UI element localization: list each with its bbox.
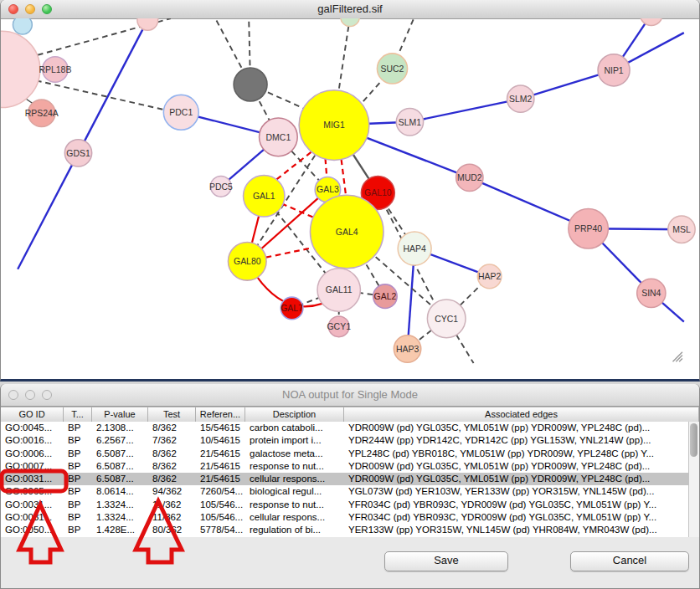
node-partial-bigpink[interactable]	[1, 31, 40, 107]
edge-pd[interactable]	[338, 18, 350, 95]
node-MIG1[interactable]: MIG1	[299, 90, 369, 161]
table-cell: 1.3324...	[92, 499, 148, 511]
column-header-desciption[interactable]: Desciption	[245, 407, 344, 422]
node-GAL1[interactable]: GAL1	[244, 175, 285, 216]
node-HAP3[interactable]: HAP3	[394, 335, 420, 362]
table-cell: carbon cataboli...	[245, 422, 344, 434]
node-label: GAL80	[234, 257, 261, 266]
node-GAL2[interactable]: GAL2	[373, 284, 398, 309]
edge-pp[interactable]	[18, 153, 78, 269]
table-cell: 8/362	[148, 473, 196, 485]
table-cell: YDR009W (pd) YGL035C, YML051W (pp) YDR00…	[344, 422, 699, 434]
column-header-t-[interactable]: T...	[64, 407, 92, 422]
table-cell: 6.2567...	[92, 434, 148, 447]
table-cell: 5778/54...	[196, 524, 245, 536]
edge-pp[interactable]	[409, 99, 520, 122]
node-label: GAL11	[326, 285, 353, 294]
table-cell: YDR009W (pd) YGL035C, YML051W (pp) YDR00…	[344, 460, 699, 473]
table-cell: regulation of bi...	[245, 524, 344, 536]
table-row[interactable]: GO:0006...BP6.5087...8/36221/54615galact…	[1, 448, 699, 460]
column-header-associated-edges[interactable]: Associated edges	[344, 407, 699, 422]
table-row[interactable]: GO:0050...BP1.428E...80/3625778/54...reg…	[1, 524, 699, 536]
table-cell: 6.5087...	[92, 473, 148, 485]
node-label: MUD2	[457, 173, 482, 182]
column-header-referen-[interactable]: Referen...	[196, 407, 245, 422]
table-cell: GO:0031...	[1, 511, 64, 524]
node-label: GAL4	[336, 228, 358, 237]
node-label: GAL3	[317, 185, 339, 194]
network-edges	[18, 18, 684, 363]
table-row[interactable]: GO:0031...BP6.5087...8/36221/54615cellul…	[1, 473, 699, 485]
node-label: GAL2	[374, 292, 397, 301]
node-label: SLM2	[509, 95, 532, 104]
table-cell: 105/546...	[196, 511, 245, 524]
node-NIP1[interactable]: NIP1	[598, 54, 630, 86]
scrollbar-thumb[interactable]	[690, 423, 697, 457]
node-SIN4[interactable]: SIN4	[637, 279, 666, 307]
table-cell: GO:0006...	[1, 448, 64, 460]
node-partial-topgreen[interactable]	[341, 18, 360, 27]
table-cell: galactose meta...	[245, 448, 344, 460]
node-SLM2[interactable]: SLM2	[507, 85, 534, 112]
noa-window-title: NOA output for Single Mode	[1, 384, 699, 406]
node-partial-topleft[interactable]	[13, 18, 32, 34]
table-cell: cellular respons...	[245, 473, 344, 485]
node-HAP2[interactable]: HAP2	[477, 264, 502, 289]
edge-redd[interactable]	[342, 159, 347, 197]
table-cell: 7/362	[148, 434, 196, 447]
table-cell: 1.428E...	[92, 524, 148, 536]
node-SLM1[interactable]: SLM1	[396, 109, 423, 136]
column-header-p-value[interactable]: P-value	[92, 407, 148, 422]
node-GCY1[interactable]: GCY1	[327, 316, 351, 337]
node-PDC1[interactable]: PDC1	[163, 95, 198, 130]
table-row[interactable]: GO:0045...BP2.1308...8/36215/54615carbon…	[1, 422, 699, 434]
table-cell: GO:0045...	[1, 422, 64, 434]
node-HAP4[interactable]: HAP4	[398, 232, 431, 265]
table-row[interactable]: GO:0007...BP6.5087...8/36221/54615respon…	[1, 460, 699, 473]
node-CYC1[interactable]: CYC1	[427, 300, 466, 338]
table-cell: response to nut...	[245, 499, 344, 511]
network-canvas[interactable]: RPL18BRPS24AGDS1PDC1DMC1MIG1SUC2SLM1SLM2…	[1, 18, 700, 382]
node-label: PDC1	[169, 108, 193, 117]
table-cell: 10/54615	[196, 434, 245, 447]
column-header-test[interactable]: Test	[148, 407, 196, 422]
table-cell: protein import i...	[245, 434, 344, 447]
table-cell: 105/546...	[196, 499, 245, 511]
node-GDS1[interactable]: GDS1	[64, 140, 91, 166]
node-DMC1[interactable]: DMC1	[260, 118, 298, 156]
node-label: HAP4	[403, 244, 425, 254]
column-header-go-id[interactable]: GO ID	[1, 407, 64, 422]
resize-grip[interactable]	[673, 352, 682, 361]
table-row[interactable]: GO:0065...BP8.0614...94/3627260/54...bio…	[1, 485, 699, 498]
vertical-scrollbar[interactable]	[688, 422, 699, 537]
node-label: SIN4	[641, 289, 661, 298]
node-partial-top1[interactable]	[137, 18, 158, 30]
node-MUD2[interactable]: MUD2	[456, 164, 483, 191]
node-GAL80[interactable]: GAL80	[228, 242, 266, 280]
node-RPL18B[interactable]: RPL18B	[39, 57, 71, 82]
node-label: MIG1	[323, 120, 345, 130]
node-GAL11[interactable]: GAL11	[317, 269, 360, 311]
edge-pp[interactable]	[79, 20, 148, 153]
table-cell: BP	[64, 473, 92, 485]
table-cell: BP	[64, 448, 92, 460]
node-MSL[interactable]: MSL	[668, 216, 695, 243]
table-row[interactable]: GO:0016...BP6.2567...7/36210/54615protei…	[1, 434, 699, 447]
node-SUC2[interactable]: SUC2	[377, 54, 407, 84]
node-GAL7[interactable]: GAL7	[281, 297, 303, 320]
node-gray-node[interactable]	[234, 68, 267, 101]
table-cell: GO:0065...	[1, 485, 64, 498]
table-row[interactable]: GO:0031...BP1.3324...11/362105/546...cel…	[1, 511, 699, 524]
node-RPS24A[interactable]: RPS24A	[25, 100, 59, 126]
table-cell: 94/362	[148, 485, 196, 498]
save-button[interactable]: Save	[384, 551, 508, 571]
table-cell: biological regul...	[245, 485, 344, 498]
node-GAL4[interactable]: GAL4	[310, 195, 383, 269]
edge-pd[interactable]	[36, 80, 165, 110]
node-label: CYC1	[435, 315, 458, 324]
node-PRP40[interactable]: PRP40	[569, 208, 609, 248]
cancel-button[interactable]: Cancel	[570, 551, 689, 571]
table-cell: 6.5087...	[92, 448, 148, 460]
table-row[interactable]: GO:0031...BP1.3324...11/362105/546...res…	[1, 499, 699, 511]
node-label: HAP3	[396, 345, 419, 354]
